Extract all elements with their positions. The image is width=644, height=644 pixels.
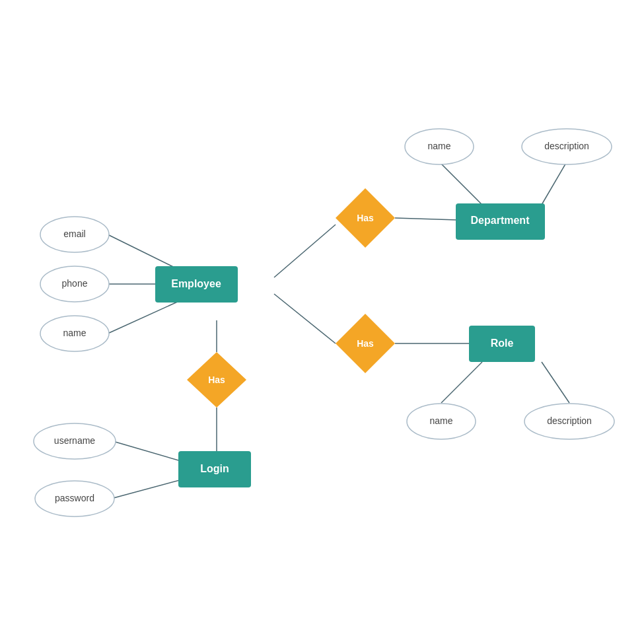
rel-has-role-label: Has bbox=[357, 338, 374, 349]
attr-role-name-label: name bbox=[429, 415, 452, 426]
attr-role-desc-label: description bbox=[547, 415, 592, 426]
entity-login-label: Login bbox=[200, 463, 229, 474]
line-dept-name bbox=[439, 162, 482, 205]
attr-login-username-label: username bbox=[54, 435, 95, 446]
attr-dept-name-label: name bbox=[427, 141, 450, 151]
rel-has-department-label: Has bbox=[357, 213, 374, 223]
line-role-desc bbox=[542, 362, 569, 403]
attr-login-password-label: password bbox=[55, 493, 94, 503]
line-emp-hasrole bbox=[274, 294, 336, 343]
attr-emp-phone-label: phone bbox=[62, 278, 88, 289]
entity-employee-label: Employee bbox=[171, 278, 221, 289]
attr-emp-email-label: email bbox=[63, 229, 85, 239]
rel-has-login-label: Has bbox=[208, 375, 225, 385]
er-diagram: email phone name name description name d… bbox=[0, 0, 644, 644]
entity-department-label: Department bbox=[471, 215, 530, 226]
entity-role-label: Role bbox=[491, 338, 514, 349]
attr-emp-name-label: name bbox=[63, 328, 86, 338]
line-emp-hasdept bbox=[274, 225, 336, 277]
line-dept-desc bbox=[542, 162, 567, 205]
attr-dept-desc-label: description bbox=[544, 141, 589, 151]
line-role-name bbox=[441, 362, 482, 403]
